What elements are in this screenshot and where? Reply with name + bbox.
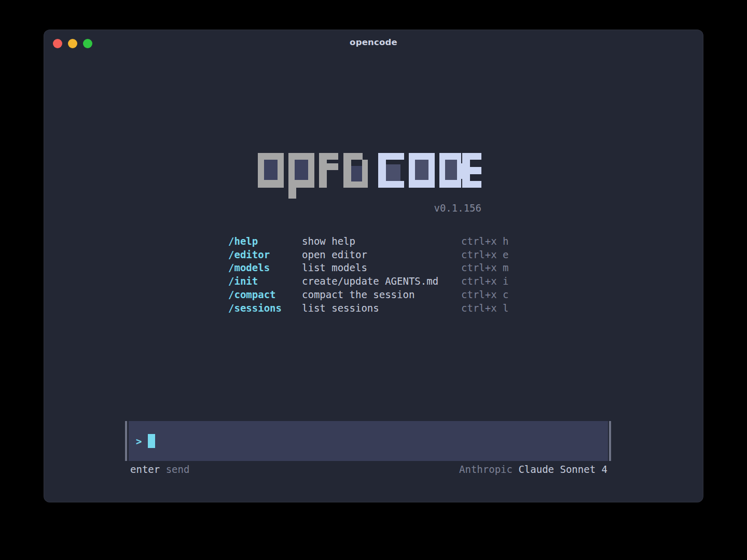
statusbar: enter send Anthropic Claude Sonnet 4 bbox=[130, 464, 607, 475]
text-cursor bbox=[148, 434, 155, 448]
command-row[interactable]: /helpshow helpctrl+x h bbox=[228, 234, 509, 248]
command-description: show help bbox=[302, 235, 461, 247]
window-title: opencode bbox=[44, 30, 703, 54]
titlebar[interactable]: opencode bbox=[44, 30, 703, 54]
send-action-label: send bbox=[160, 464, 189, 475]
command-shortcut: ctrl+x e bbox=[461, 249, 509, 260]
command-description: open editor bbox=[302, 249, 461, 260]
command-shortcut: ctrl+x m bbox=[461, 262, 509, 273]
zoom-button[interactable] bbox=[83, 39, 92, 48]
command-list: /helpshow helpctrl+x h/editoropen editor… bbox=[228, 234, 509, 315]
command-shortcut: ctrl+x i bbox=[461, 275, 509, 287]
command-name[interactable]: /init bbox=[228, 275, 302, 287]
command-shortcut: ctrl+x l bbox=[461, 302, 509, 314]
send-hint: enter send bbox=[130, 464, 189, 475]
prompt-symbol: > bbox=[136, 436, 142, 447]
close-button[interactable] bbox=[53, 39, 62, 48]
command-row[interactable]: /modelslist modelsctrl+x m bbox=[228, 261, 509, 275]
minimize-button[interactable] bbox=[68, 39, 77, 48]
opencode-window: opencode v0.1.156 /helpshow helpctrl+x h… bbox=[44, 30, 703, 502]
model-indicator[interactable]: Anthropic Claude Sonnet 4 bbox=[459, 464, 607, 475]
command-name[interactable]: /compact bbox=[228, 289, 302, 300]
input-left-border bbox=[125, 421, 127, 461]
command-shortcut: ctrl+x h bbox=[461, 235, 509, 247]
message-input-area: > bbox=[44, 421, 703, 461]
command-description: compact the session bbox=[302, 289, 461, 300]
model-name: Claude Sonnet 4 bbox=[518, 464, 607, 475]
opencode-logo bbox=[258, 153, 481, 201]
command-description: list sessions bbox=[302, 302, 461, 314]
input-right-border bbox=[609, 421, 611, 461]
version-label: v0.1.156 bbox=[258, 202, 481, 214]
model-provider: Anthropic bbox=[459, 464, 518, 475]
command-row[interactable]: /editoropen editorctrl+x e bbox=[228, 248, 509, 261]
enter-key-label: enter bbox=[130, 464, 160, 475]
command-shortcut: ctrl+x c bbox=[461, 289, 509, 300]
message-input[interactable]: > bbox=[129, 421, 608, 461]
command-description: list models bbox=[302, 262, 461, 273]
command-row[interactable]: /sessionslist sessionsctrl+x l bbox=[228, 301, 509, 315]
command-name[interactable]: /models bbox=[228, 262, 302, 273]
command-name[interactable]: /editor bbox=[228, 249, 302, 260]
command-name[interactable]: /sessions bbox=[228, 302, 302, 314]
command-name[interactable]: /help bbox=[228, 235, 302, 247]
command-description: create/update AGENTS.md bbox=[302, 275, 461, 287]
logo-block: v0.1.156 bbox=[258, 153, 481, 214]
command-row[interactable]: /initcreate/update AGENTS.mdctrl+x i bbox=[228, 274, 509, 288]
command-row[interactable]: /compactcompact the sessionctrl+x c bbox=[228, 288, 509, 301]
